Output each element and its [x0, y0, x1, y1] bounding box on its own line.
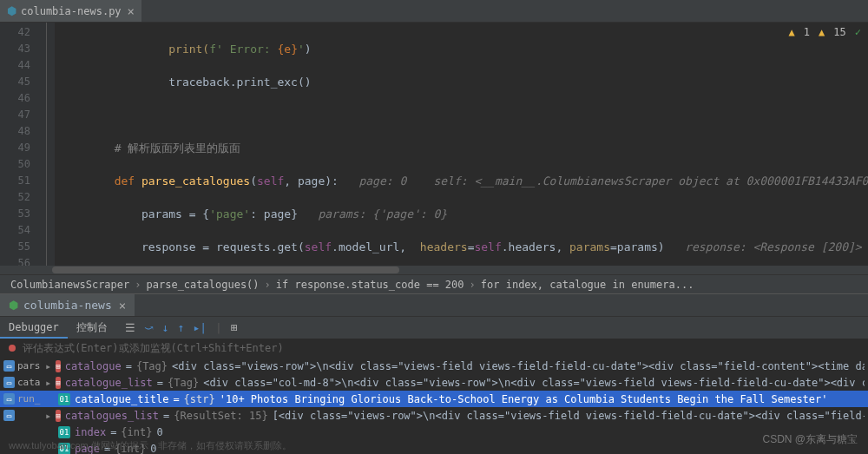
debugger-tab[interactable]: Debugger — [0, 318, 68, 339]
var-type-icon: ⊞ — [56, 377, 60, 389]
frame-icon: ▭ — [3, 410, 15, 421]
python-file-icon: ⬢ — [7, 4, 16, 17]
code-editor[interactable]: 424344454647484950515253545556 print(f' … — [0, 23, 868, 266]
line-gutter[interactable]: 424344454647484950515253545556 — [0, 23, 39, 266]
step-over-icon[interactable]: ⤻ — [144, 321, 154, 334]
debug-tab-bar: ⬢ columbia-news × — [0, 293, 868, 316]
frame-icon: ▭ — [3, 360, 15, 372]
footer-watermark: www.tulyoban.com 做网站的揭示，非存储，如有侵权请联系删除。 — [9, 439, 292, 452]
bug-icon: ⬢ — [9, 299, 18, 312]
debug-session-tab[interactable]: ⬢ columbia-news × — [0, 294, 135, 316]
run-to-cursor-icon[interactable]: ▸| — [193, 321, 207, 334]
variable-row[interactable]: ▭run_01 catalogue_title = {str} '10+ Pho… — [0, 391, 868, 407]
console-tab[interactable]: 控制台 — [68, 317, 116, 339]
horizontal-scrollbar[interactable] — [0, 266, 868, 274]
close-icon[interactable]: × — [128, 4, 135, 18]
breadcrumb-item[interactable]: ColumbianewsScraper — [10, 279, 129, 291]
var-type-icon: ⊞ — [56, 360, 60, 372]
debug-toolbar: Debugger 控制台 ☰ ⤻ ↓ ↑ ▸| | ⊞ — [0, 316, 868, 339]
code-area[interactable]: print(f' Error: {e}') traceback.print_ex… — [55, 23, 868, 266]
variable-row[interactable]: ▭pars▸⊞ catalogue = {Tag} <div class="vi… — [0, 358, 868, 374]
layout-icon[interactable]: ☰ — [125, 321, 135, 334]
variable-row[interactable]: ▭▸⊞ catalogues_list = {ResultSet: 15} [<… — [0, 407, 868, 424]
evaluate-icon[interactable]: ⊞ — [231, 321, 238, 334]
breadcrumb-item[interactable]: for index, catalogue in enumera... — [481, 279, 694, 291]
var-type-icon: 01 — [58, 426, 70, 438]
tab-filename: columbia-news.py — [21, 5, 122, 17]
editor-tab-bar: ⬢ columbia-news.py × — [0, 0, 868, 23]
frame-icon: ▭ — [3, 393, 15, 405]
step-out-icon[interactable]: ↑ — [178, 321, 185, 334]
variable-row[interactable]: 01 index = {int} 0 — [0, 424, 868, 440]
watermark: CSDN @东离与糖宝 — [762, 432, 858, 447]
file-tab[interactable]: ⬢ columbia-news.py × — [0, 0, 141, 22]
var-type-icon: 01 — [58, 393, 70, 405]
step-into-icon[interactable]: ↓ — [162, 321, 169, 334]
breadcrumb-item[interactable]: if response.status_code == 200 — [276, 279, 464, 291]
watch-input[interactable]: 评估表达式(Enter)或添加监视(Ctrl+Shift+Enter) — [23, 341, 284, 356]
close-icon[interactable]: × — [119, 299, 126, 313]
var-type-icon: ⊞ — [56, 410, 60, 422]
breadcrumb[interactable]: ColumbianewsScraper› parse_catalogues()›… — [0, 274, 868, 293]
frame-icon: ▭ — [3, 377, 15, 388]
breadcrumb-item[interactable]: parse_catalogues() — [147, 279, 260, 291]
variable-row[interactable]: ▭cata▸⊞ catalogue_list = {Tag} <div clas… — [0, 374, 868, 391]
breakpoint-dot-icon — [9, 345, 16, 352]
watch-input-row: 评估表达式(Enter)或添加监视(Ctrl+Shift+Enter) — [0, 339, 868, 358]
fold-column[interactable] — [39, 23, 55, 266]
